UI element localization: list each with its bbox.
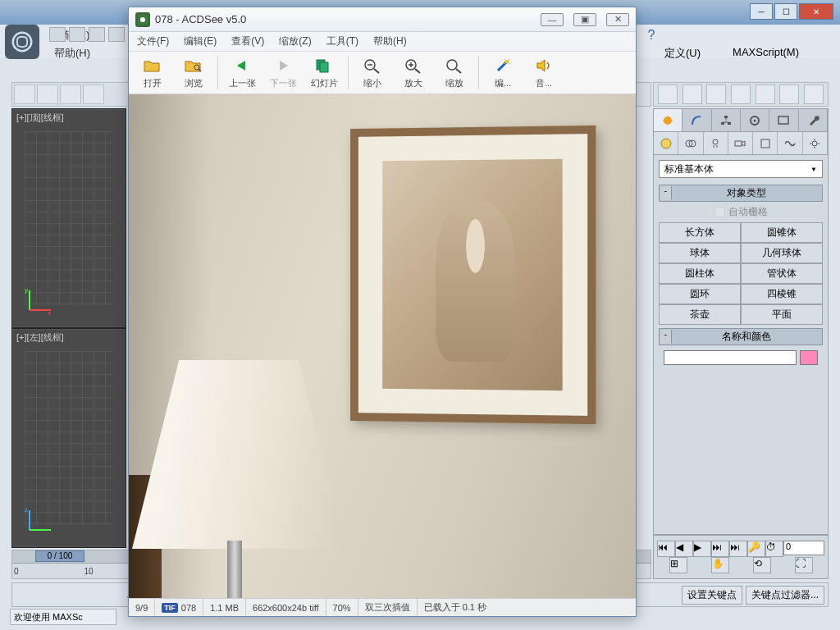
save-icon[interactable] bbox=[89, 27, 105, 42]
acd-titlebar[interactable]: 078 - ACDSee v5.0 — ▣ ✕ bbox=[129, 7, 636, 32]
btn-tube[interactable]: 管状体 bbox=[741, 263, 823, 284]
display-tab[interactable] bbox=[769, 109, 798, 131]
max-close-button[interactable]: ✕ bbox=[799, 3, 833, 20]
acd-zoomin-button[interactable]: 放大 bbox=[396, 56, 431, 89]
btn-pyramid[interactable]: 四棱锥 bbox=[741, 284, 823, 304]
orbit-icon[interactable]: ⟲ bbox=[753, 557, 771, 573]
acd-prev-button[interactable]: 上一张 bbox=[225, 56, 259, 89]
svg-line-35 bbox=[374, 69, 379, 73]
autogrid-checkbox[interactable]: 自动栅格 bbox=[659, 202, 823, 222]
spacewarps-tab[interactable] bbox=[778, 132, 802, 154]
section-title: 名称和颜色 bbox=[672, 330, 821, 344]
acd-minimize-button[interactable]: — bbox=[541, 13, 564, 26]
primitive-category-dropdown[interactable]: 标准基本体 ▼ bbox=[659, 160, 823, 178]
curve-editor-icon[interactable] bbox=[731, 84, 751, 104]
goto-end-icon[interactable]: ⏭ bbox=[729, 541, 747, 557]
undo-icon[interactable] bbox=[108, 27, 125, 42]
welcome-label: 欢迎使用 MAXSc bbox=[10, 609, 116, 625]
max-menu-customize[interactable]: 定义(U) bbox=[664, 46, 701, 61]
acd-menu-edit[interactable]: 编辑(E) bbox=[180, 33, 220, 50]
acd-menu-file[interactable]: 文件(F) bbox=[134, 33, 172, 50]
motion-tab[interactable] bbox=[741, 109, 769, 131]
shapes-tab[interactable] bbox=[678, 132, 703, 154]
acd-image-view[interactable] bbox=[129, 94, 636, 598]
acd-menu-view[interactable]: 查看(V) bbox=[228, 33, 267, 50]
btn-torus[interactable]: 圆环 bbox=[659, 284, 741, 304]
viewport-nav-icon[interactable]: ⊞ bbox=[669, 557, 687, 573]
goto-start-icon[interactable]: ⏮ bbox=[657, 541, 675, 557]
play-icon[interactable]: ▶ bbox=[693, 541, 711, 557]
geometry-tab[interactable] bbox=[654, 132, 678, 154]
helpers-tab[interactable] bbox=[753, 132, 778, 154]
slides-icon bbox=[314, 57, 334, 74]
acd-close-button[interactable]: ✕ bbox=[606, 13, 629, 26]
schematic-icon[interactable] bbox=[756, 84, 775, 104]
acd-menu-help[interactable]: 帮助(H) bbox=[370, 33, 410, 50]
svg-rect-18 bbox=[778, 116, 788, 124]
acd-maximize-button[interactable]: ▣ bbox=[573, 13, 596, 26]
key-mode-icon[interactable]: 🔑 bbox=[747, 541, 765, 557]
light-icon bbox=[709, 137, 722, 150]
viewport-left[interactable]: [+][左][线框] z bbox=[12, 329, 126, 547]
btn-plane[interactable]: 平面 bbox=[741, 304, 823, 325]
move-icon[interactable] bbox=[60, 84, 81, 104]
select-region-icon[interactable] bbox=[14, 84, 35, 104]
lights-tab[interactable] bbox=[704, 132, 728, 154]
modify-tab[interactable] bbox=[682, 109, 711, 131]
link-icon[interactable] bbox=[83, 84, 104, 104]
acd-sound-button[interactable]: 音... bbox=[527, 56, 561, 89]
section-object-type[interactable]: - 对象类型 bbox=[659, 185, 823, 202]
btn-teapot[interactable]: 茶壶 bbox=[659, 304, 741, 325]
btn-cylinder[interactable]: 圆柱体 bbox=[659, 263, 741, 284]
viewport-top[interactable]: [+][顶][线框] xy bbox=[12, 109, 126, 327]
acd-open-button[interactable]: 打开 bbox=[135, 56, 170, 89]
frame-field[interactable]: 0 bbox=[783, 541, 824, 555]
material-editor-icon[interactable] bbox=[706, 84, 726, 104]
axis-gizmo-icon: xy bbox=[23, 284, 56, 317]
max-minimize-button[interactable]: ─ bbox=[750, 3, 773, 20]
utilities-tab[interactable] bbox=[799, 109, 828, 131]
btn-box[interactable]: 长方体 bbox=[659, 222, 741, 243]
acd-menu-zoom[interactable]: 缩放(Z) bbox=[276, 33, 314, 50]
key-filters-button[interactable]: 关键点过滤器... bbox=[746, 586, 824, 605]
max-app-icon[interactable] bbox=[5, 25, 39, 59]
acd-browse-button[interactable]: 浏览 bbox=[176, 56, 211, 89]
object-name-input[interactable] bbox=[664, 350, 797, 365]
object-color-swatch[interactable] bbox=[800, 350, 818, 365]
set-key-button[interactable]: 设置关键点 bbox=[682, 586, 742, 605]
max-maximize-button[interactable]: ☐ bbox=[774, 3, 797, 20]
section-name-color[interactable]: - 名称和颜色 bbox=[659, 328, 823, 345]
render-frame-icon[interactable] bbox=[682, 84, 702, 104]
create-tab[interactable] bbox=[654, 109, 682, 131]
acd-next-button[interactable]: 下一张 bbox=[266, 56, 300, 89]
cameras-tab[interactable] bbox=[728, 132, 753, 154]
pan-icon[interactable]: ✋ bbox=[711, 557, 729, 573]
render-setup-icon[interactable] bbox=[658, 84, 678, 104]
new-icon[interactable] bbox=[49, 27, 66, 42]
max-logo-icon bbox=[10, 30, 34, 54]
acd-status-bar: 9/9 TIF 078 1.1 MB 662x600x24b tiff 70% … bbox=[129, 598, 636, 616]
select-all-icon[interactable] bbox=[37, 84, 58, 104]
acd-menu-tools[interactable]: 工具(T) bbox=[323, 33, 362, 50]
acd-zoomout-button[interactable]: 缩小 bbox=[355, 56, 390, 89]
next-frame-icon[interactable]: ⏭ bbox=[711, 541, 729, 557]
acd-edit-button[interactable]: 编... bbox=[486, 56, 520, 89]
render-icon[interactable] bbox=[779, 84, 799, 104]
autogrid-check[interactable] bbox=[714, 207, 725, 217]
hierarchy-tab[interactable] bbox=[712, 109, 741, 131]
btn-geosphere[interactable]: 几何球体 bbox=[741, 243, 823, 263]
systems-tab[interactable] bbox=[803, 132, 828, 154]
max-menu-help[interactable]: 帮助(H) bbox=[44, 44, 100, 62]
max-menu-maxscript[interactable]: MAXScript(M) bbox=[733, 46, 799, 58]
acd-slideshow-button[interactable]: 幻灯片 bbox=[307, 56, 341, 89]
acd-zoom-button[interactable]: 缩放 bbox=[437, 56, 472, 89]
prev-frame-icon[interactable]: ◀ bbox=[675, 541, 693, 557]
teapot-render-icon[interactable] bbox=[804, 84, 824, 104]
help-icon[interactable]: ? bbox=[643, 28, 660, 44]
btn-cone[interactable]: 圆锥体 bbox=[741, 222, 823, 243]
btn-sphere[interactable]: 球体 bbox=[659, 243, 741, 263]
zoom-extents-icon[interactable]: ⛶ bbox=[795, 557, 813, 573]
time-config-icon[interactable]: ⏱ bbox=[765, 541, 783, 557]
timeline-marker[interactable]: 0 / 100 bbox=[35, 550, 84, 562]
open-icon[interactable] bbox=[69, 27, 85, 42]
